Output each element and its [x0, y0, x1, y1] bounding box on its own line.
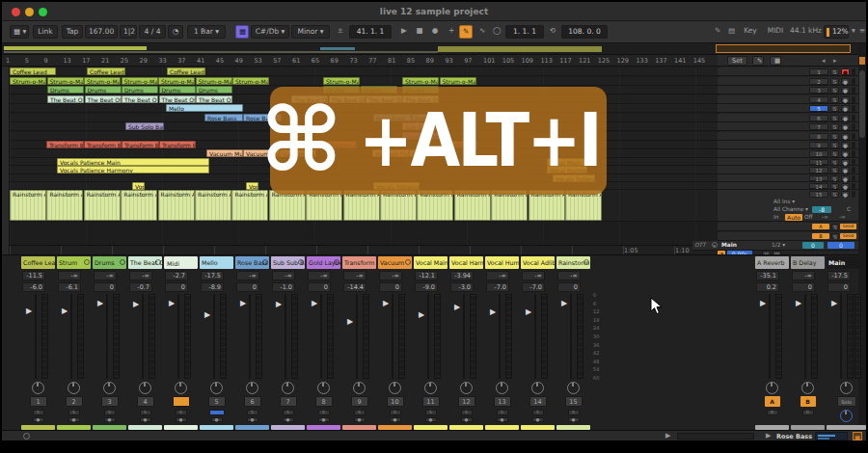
solo-button[interactable]: S [318, 410, 330, 415]
capture-midi-control[interactable]: ◯ [490, 25, 502, 39]
clip[interactable]: Strum-o-Matic [323, 77, 360, 85]
track-number-box[interactable]: 2 [809, 78, 828, 85]
loop-toggle-control[interactable]: ⟲ [546, 25, 559, 39]
mixer-track-title[interactable]: Mello [200, 256, 233, 269]
arm-button[interactable]: ● [104, 417, 116, 423]
arm-button[interactable]: ● [841, 115, 850, 121]
clip[interactable]: Sub Solo Bass [125, 122, 164, 130]
key-scale-control[interactable]: Minor ▾ [291, 25, 330, 39]
solo-button[interactable]: S [830, 167, 839, 173]
pan-knob[interactable] [68, 382, 80, 394]
clip[interactable]: Transform Bass [46, 141, 84, 148]
arm-button[interactable]: ● [283, 417, 294, 423]
arm-button[interactable]: ● [568, 417, 580, 423]
clip[interactable]: Transform Bass [122, 141, 159, 148]
arm-button[interactable]: ● [841, 78, 850, 85]
track-header-13[interactable]: Vocal Hum▸13S● [718, 174, 858, 182]
scroll-marker[interactable] [859, 57, 865, 65]
mixer-track-title[interactable]: Main [827, 256, 866, 269]
track-activator[interactable] [173, 396, 190, 407]
arm-button[interactable]: ● [211, 417, 223, 423]
track-number-box[interactable]: 10 [809, 150, 828, 157]
unfold-track-icon[interactable]: ▸ [712, 242, 718, 248]
fader-handle[interactable]: ▶ [204, 311, 210, 318]
fader-value[interactable]: -1.0 [272, 282, 295, 292]
stop-button[interactable]: ■ [413, 25, 426, 39]
return-activator[interactable]: A [765, 396, 780, 407]
solo-button[interactable]: S [33, 410, 44, 415]
clip[interactable]: Strum-o-Matic [158, 77, 195, 85]
cpu-menu-control[interactable]: ▾ [849, 25, 856, 39]
pan-knob[interactable] [567, 382, 580, 394]
sample-rate-control[interactable]: 44.1 kHz [787, 25, 822, 39]
solo-button[interactable]: S [831, 233, 839, 239]
clip[interactable]: Vacuum Mute [206, 149, 243, 157]
clip[interactable]: Vocals Patience Harmony [57, 166, 209, 173]
draw-mode-control[interactable]: ✎ [712, 25, 723, 39]
mixer-track-title[interactable]: Gold Laybe [307, 256, 340, 269]
metronome-control[interactable]: ◔ [168, 25, 183, 39]
track-activator[interactable]: 6 [244, 396, 261, 407]
fader-value[interactable]: 0 [557, 282, 581, 292]
lock-envelopes-icon[interactable]: ▦ [770, 56, 781, 66]
fader-handle[interactable]: ▶ [383, 300, 389, 306]
track-number-box[interactable]: 5 [809, 105, 828, 112]
tap-tempo-control[interactable]: Tap [62, 25, 83, 39]
pan-knob[interactable] [32, 382, 44, 394]
clip-play-icon[interactable]: ▶ [766, 432, 771, 440]
monitor-off-button[interactable]: Off [804, 214, 813, 220]
clip[interactable]: Rainstorm Audio [121, 190, 157, 221]
mixer-track-title[interactable]: Vocal Adlib [521, 256, 555, 269]
track-activator[interactable]: 13 [494, 396, 511, 407]
track-header-1[interactable]: Coffee Leaf▸1S● [718, 67, 858, 76]
fader-value[interactable]: 0 [792, 282, 815, 292]
pan-knob[interactable] [246, 382, 258, 394]
clip[interactable]: Strum-o-Matic [10, 77, 46, 85]
mixer-track-title[interactable]: Transform B [342, 256, 376, 269]
pan-knob[interactable] [103, 382, 116, 394]
solo-button[interactable]: S [390, 410, 401, 415]
solo-button[interactable]: S [830, 78, 839, 85]
mixer-track-title[interactable]: The Beat O [128, 256, 162, 269]
input-routing-chooser[interactable]: All Ins ▾ [773, 199, 795, 204]
time-signature-control[interactable]: 4 / 4 [139, 25, 166, 39]
clip[interactable]: Drums [159, 86, 196, 93]
midi-map-control[interactable]: MIDI [764, 25, 787, 39]
fader-handle[interactable]: ▶ [276, 301, 282, 307]
clip[interactable]: Transform Bass [84, 141, 122, 148]
solo-button[interactable]: S [425, 410, 437, 415]
clip[interactable]: The Beat Of Hist [85, 95, 122, 103]
solo-cue-button[interactable]: Solo [837, 396, 856, 407]
fader-handle[interactable]: ▶ [62, 307, 68, 314]
solo-button[interactable]: S [830, 133, 839, 140]
fader-handle[interactable]: ▶ [419, 311, 424, 318]
solo-button[interactable]: S [830, 159, 839, 166]
track-number-box[interactable]: 15 [809, 191, 828, 198]
time-ruler[interactable]: 1:051:10 [10, 245, 718, 254]
fader-handle[interactable]: ▶ [133, 301, 139, 307]
pan-knob[interactable] [531, 382, 544, 394]
solo-button[interactable]: S [283, 410, 294, 415]
arm-button[interactable]: ● [425, 417, 437, 423]
fader-handle[interactable]: ▶ [526, 308, 531, 315]
arm-button[interactable]: ● [68, 417, 80, 423]
prev-locator-icon[interactable]: ◂ [822, 57, 826, 65]
play-button[interactable]: ▶ [397, 25, 411, 39]
arm-button[interactable]: ● [176, 417, 187, 423]
solo-button[interactable]: S [830, 68, 839, 75]
clip[interactable]: Rainstorm Audio [231, 190, 268, 221]
fader-handle[interactable]: ▶ [26, 307, 32, 314]
fader-value[interactable]: -14.4 [343, 282, 366, 292]
main-track-header[interactable]: OTT▸Main1/2 ▾00 [692, 241, 858, 251]
arm-button[interactable]: ● [841, 142, 850, 148]
track-header-8[interactable]: Gold Layber▸8S● [718, 132, 858, 141]
fader-handle[interactable]: ▶ [796, 300, 801, 306]
loop-length-control[interactable]: 108. 0. 0 [561, 25, 608, 39]
track-header-5[interactable]: Mello▸5S● [718, 104, 858, 113]
fader-value[interactable]: -7.0 [486, 282, 509, 292]
fader-handle[interactable]: ▶ [831, 300, 837, 306]
fader-value[interactable]: -0.7 [129, 282, 152, 292]
fader-value[interactable]: 0 [94, 282, 117, 292]
solo-button[interactable]: S [104, 410, 116, 415]
track-activator[interactable]: 15 [565, 396, 583, 407]
